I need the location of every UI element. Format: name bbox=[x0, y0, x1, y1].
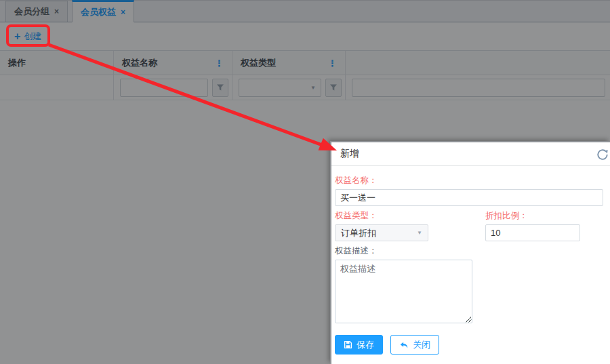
benefit-type-select[interactable]: 订单折扣 ▼ bbox=[335, 224, 428, 241]
dialog-title: 新增 bbox=[340, 148, 359, 160]
chevron-down-icon: ▼ bbox=[417, 230, 422, 236]
save-button-label: 保存 bbox=[357, 339, 374, 351]
benefit-name-input[interactable] bbox=[335, 189, 603, 206]
floppy-disk-icon bbox=[344, 340, 352, 349]
save-button[interactable]: 保存 bbox=[335, 335, 383, 355]
new-benefit-dialog: 新增 权益名称： 权益类型： 订单折扣 ▼ bbox=[330, 141, 610, 364]
close-button-label: 关闭 bbox=[413, 339, 430, 351]
benefit-type-label: 权益类型： bbox=[335, 210, 428, 222]
dialog-buttons: 保存 关闭 bbox=[335, 335, 603, 355]
undo-arrow-icon bbox=[399, 340, 409, 350]
discount-ratio-label: 折扣比例： bbox=[485, 210, 580, 222]
benefit-name-label: 权益名称： bbox=[335, 175, 603, 186]
app-window: 会员分组 × 会员权益 × + 创建 操作 权益名称 ⋮ 权益类型 ⋮ bbox=[0, 0, 610, 364]
dialog-body: 权益名称： 权益类型： 订单折扣 ▼ 折扣比例： 权益描述： 权益描述 bbox=[331, 166, 610, 355]
benefit-desc-textarea[interactable]: 权益描述 bbox=[335, 260, 472, 323]
discount-ratio-input[interactable] bbox=[485, 224, 580, 241]
close-button[interactable]: 关闭 bbox=[390, 335, 439, 355]
dialog-header: 新增 bbox=[331, 142, 610, 166]
benefit-type-value: 订单折扣 bbox=[341, 227, 376, 239]
benefit-desc-label: 权益描述： bbox=[335, 245, 603, 257]
refresh-icon[interactable] bbox=[596, 148, 609, 161]
